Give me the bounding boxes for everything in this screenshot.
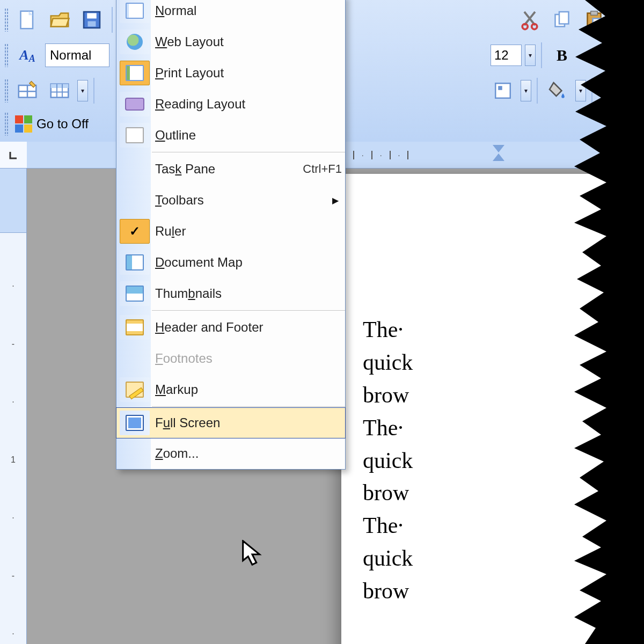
blank-icon <box>120 157 150 181</box>
tab-selector[interactable] <box>0 142 27 169</box>
torn-edge-decoration <box>537 0 644 644</box>
svg-rect-3 <box>87 13 97 19</box>
menu-separator <box>152 310 345 311</box>
blank-icon <box>120 346 150 371</box>
svg-rect-22 <box>495 83 510 98</box>
insert-table-dropdown[interactable] <box>77 80 88 101</box>
office-logo-icon <box>15 115 32 133</box>
menu-item-markup[interactable]: Markup <box>116 374 345 405</box>
menu-item-task-pane[interactable]: Task Pane Ctrl+F1 <box>116 153 345 185</box>
font-size-dropdown-arrow[interactable] <box>525 45 536 66</box>
new-document-button[interactable] <box>13 5 42 34</box>
normal-view-icon <box>120 0 150 23</box>
blank-icon <box>120 441 150 466</box>
menu-item-reading-layout[interactable]: Reading Layout <box>116 89 345 120</box>
style-selector-value: Normal <box>50 48 91 63</box>
style-selector[interactable]: Normal <box>45 43 109 67</box>
outline-icon <box>120 123 150 148</box>
toolbar-grip[interactable] <box>4 79 9 103</box>
document-map-icon <box>120 250 150 275</box>
svg-rect-23 <box>498 86 502 90</box>
menu-separator <box>152 406 345 407</box>
font-size-selector[interactable]: 12 <box>491 45 522 66</box>
header-footer-icon <box>120 315 150 340</box>
toolbar-grip[interactable] <box>4 8 9 32</box>
menu-separator <box>152 152 345 152</box>
menu-item-toolbars[interactable]: Toolbars ▶ <box>116 185 345 216</box>
reading-layout-icon <box>120 92 150 116</box>
alignment-dropdown[interactable] <box>521 80 531 101</box>
go-to-office-button[interactable]: Go to Off <box>13 115 91 133</box>
open-button[interactable] <box>45 5 74 34</box>
submenu-arrow-icon: ▶ <box>332 195 342 206</box>
ruler-mark-1: 1 <box>0 455 26 465</box>
menu-item-zoom[interactable]: Zoom... <box>116 438 345 469</box>
print-layout-icon <box>120 61 150 85</box>
menu-item-full-screen[interactable]: Full Screen <box>116 407 346 438</box>
menu-item-footnotes: Footnotes <box>116 343 345 374</box>
svg-rect-18 <box>51 84 69 89</box>
web-layout-icon <box>120 30 150 54</box>
insert-table-button[interactable] <box>45 76 74 105</box>
draw-table-button[interactable] <box>13 76 42 105</box>
checkmark-icon <box>120 219 150 244</box>
vertical-ruler[interactable]: · - · 1 · - · <box>0 142 27 644</box>
font-size-value: 12 <box>494 48 509 63</box>
menu-item-web-layout[interactable]: Web Layout <box>116 26 345 57</box>
menu-item-header-footer[interactable]: Header and Footer <box>116 312 345 343</box>
menu-item-normal[interactable]: Normal <box>116 0 345 26</box>
menu-item-print-layout[interactable]: Print Layout <box>116 57 345 89</box>
blank-icon <box>120 188 150 213</box>
menu-item-outline[interactable]: Outline <box>116 120 345 151</box>
menu-item-ruler[interactable]: Ruler <box>116 216 345 247</box>
indent-marker[interactable] <box>493 145 504 161</box>
menu-item-document-map[interactable]: Document Map <box>116 247 345 278</box>
markup-icon <box>120 377 150 402</box>
toolbar-grip[interactable] <box>4 43 9 67</box>
view-menu: Normal Web Layout Print Layout Reading L… <box>116 0 346 470</box>
styles-icon[interactable]: AA <box>13 41 42 70</box>
styles-aa-icon: AA <box>19 47 35 63</box>
alignment-button[interactable] <box>488 76 517 105</box>
thumbnails-icon <box>120 281 150 306</box>
full-screen-icon <box>120 411 150 435</box>
save-button[interactable] <box>77 5 106 34</box>
svg-point-5 <box>522 24 528 30</box>
task-pane-shortcut: Ctrl+F1 <box>303 162 342 176</box>
toolbar-grip[interactable] <box>4 112 9 136</box>
go-to-office-label: Go to Off <box>36 116 89 131</box>
menu-item-thumbnails[interactable]: Thumbnails <box>116 278 345 309</box>
svg-rect-4 <box>88 21 96 27</box>
